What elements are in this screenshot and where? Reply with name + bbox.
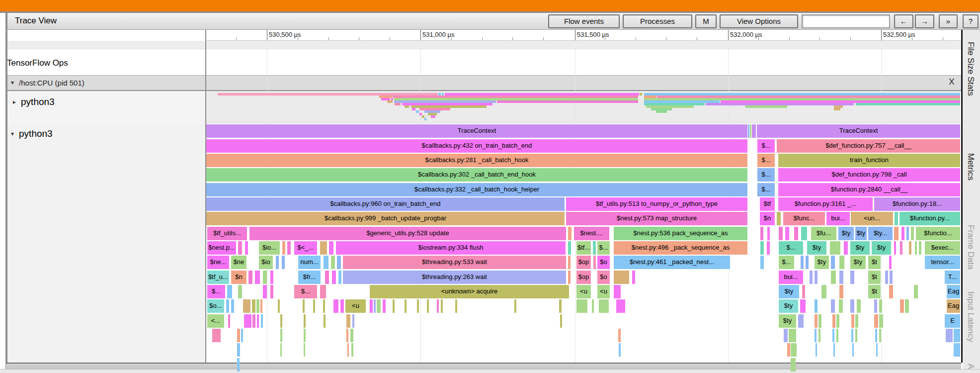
nav-jump-button[interactable]: »	[939, 14, 958, 28]
flame-event[interactable]	[818, 314, 821, 328]
flame-event[interactable]	[748, 124, 749, 138]
flame-event[interactable]	[304, 314, 306, 328]
flame-event[interactable]	[915, 241, 917, 255]
flame-event[interactable]	[801, 256, 804, 269]
flame-event[interactable]	[901, 227, 904, 240]
flame-event[interactable]: $tf_utils.py:513 to_numpy_or_python_type	[566, 197, 747, 211]
flame-event[interactable]: $nest.p...	[207, 241, 236, 255]
flame-event[interactable]: $ty	[779, 299, 798, 313]
flame-event[interactable]	[325, 271, 329, 284]
flame-event[interactable]	[261, 314, 263, 328]
flame-event[interactable]	[855, 329, 857, 342]
flame-event[interactable]	[895, 212, 898, 225]
flame-event[interactable]	[850, 271, 854, 284]
flame-event[interactable]: $o	[597, 271, 610, 284]
flame-event[interactable]	[831, 256, 835, 269]
flame-event[interactable]	[347, 343, 349, 357]
flame-event[interactable]	[798, 314, 804, 328]
flame-event[interactable]	[802, 285, 805, 298]
flame-event[interactable]	[324, 314, 326, 328]
flame-event[interactable]	[889, 256, 892, 269]
flame-event[interactable]	[874, 314, 878, 328]
flame-event[interactable]	[831, 271, 836, 284]
flame-event[interactable]: $n	[231, 271, 246, 284]
flame-event[interactable]: $ty	[850, 256, 866, 269]
flame-event[interactable]	[830, 241, 840, 255]
flame-event[interactable]	[346, 314, 350, 328]
flame-event[interactable]	[810, 271, 813, 284]
flame-event[interactable]: $op	[576, 256, 591, 269]
flame-event[interactable]	[816, 343, 817, 357]
flame-event[interactable]	[852, 343, 854, 357]
flame-event[interactable]: $function.py:18...	[874, 197, 960, 211]
flame-event[interactable]	[227, 285, 232, 298]
flame-event[interactable]: E	[945, 314, 960, 328]
flame-event[interactable]	[833, 343, 835, 357]
flame-event[interactable]	[514, 299, 516, 313]
flame-event[interactable]: <u	[597, 285, 610, 298]
flame-event[interactable]	[238, 285, 242, 298]
flame-event[interactable]: $ty	[807, 241, 826, 255]
flame-event[interactable]	[559, 299, 562, 313]
flame-event[interactable]	[304, 329, 306, 342]
flame-event[interactable]	[337, 256, 341, 269]
flame-event[interactable]	[320, 285, 326, 298]
flame-event[interactable]	[876, 343, 878, 357]
flame-event[interactable]	[851, 329, 853, 342]
flame-event[interactable]	[252, 314, 255, 328]
flame-event[interactable]	[237, 358, 240, 372]
flame-event[interactable]: train_function	[778, 154, 960, 167]
flame-event[interactable]	[851, 314, 854, 328]
flame-event[interactable]	[894, 227, 898, 240]
flame-event[interactable]: $ty	[779, 314, 796, 328]
flame-event[interactable]	[333, 299, 338, 313]
flame-event[interactable]: T...	[945, 271, 960, 284]
flame-event[interactable]: $t	[868, 256, 881, 269]
flame-event[interactable]: $function.py:3161 _...	[778, 197, 873, 211]
flame-event[interactable]	[906, 227, 909, 240]
flame-event[interactable]	[329, 241, 333, 255]
flame-event[interactable]	[323, 299, 325, 313]
flame-event[interactable]	[280, 314, 282, 328]
nav-prev-button[interactable]: ←	[894, 14, 913, 28]
flame-event[interactable]	[263, 271, 267, 284]
flame-event[interactable]	[593, 241, 596, 255]
process-header-host-cpu[interactable]	[7, 75, 961, 91]
flame-event[interactable]: $...	[757, 154, 775, 167]
flame-event[interactable]	[340, 299, 344, 313]
flame-event[interactable]	[237, 343, 240, 357]
flame-event[interactable]	[351, 343, 353, 357]
flame-event[interactable]	[614, 285, 621, 298]
flame-event[interactable]: $callbacks.py:999 _batch_update_progbar	[206, 212, 565, 225]
flame-event[interactable]	[324, 256, 328, 269]
flame-event[interactable]: $callbacks.py:332 _call_batch_hook_helpe…	[206, 183, 747, 196]
flame-event[interactable]	[787, 343, 790, 357]
flame-event[interactable]	[760, 241, 764, 255]
flame-event[interactable]: bui...	[779, 271, 803, 284]
flame-event[interactable]	[815, 329, 817, 342]
processes-button[interactable]: Processes	[623, 14, 692, 28]
flame-event[interactable]	[383, 299, 386, 313]
close-process-button[interactable]: X	[946, 77, 958, 87]
flame-event[interactable]	[836, 329, 838, 342]
flame-event[interactable]: <un...	[851, 212, 893, 225]
flame-event[interactable]: bui...	[826, 212, 850, 225]
flame-event[interactable]	[821, 285, 826, 298]
sidebar-item-python3-expanded[interactable]: ▾python3	[11, 128, 53, 139]
flame-event[interactable]: $tf...	[576, 241, 591, 255]
flame-event[interactable]	[890, 271, 893, 284]
flame-event[interactable]	[779, 227, 783, 240]
flame-event[interactable]	[260, 299, 262, 313]
flame-event[interactable]	[914, 285, 918, 298]
flame-event[interactable]	[614, 271, 629, 284]
flame-event[interactable]	[352, 314, 354, 328]
flame-event[interactable]	[280, 329, 282, 342]
flame-event[interactable]	[248, 271, 252, 284]
flame-event[interactable]	[844, 241, 848, 255]
flame-event[interactable]	[619, 343, 621, 357]
flame-event[interactable]: $...	[597, 241, 610, 255]
flame-event[interactable]: $fr...	[298, 271, 321, 284]
flame-event[interactable]	[879, 314, 883, 328]
flame-event[interactable]: $ty	[815, 256, 829, 269]
flame-event[interactable]	[752, 124, 756, 138]
